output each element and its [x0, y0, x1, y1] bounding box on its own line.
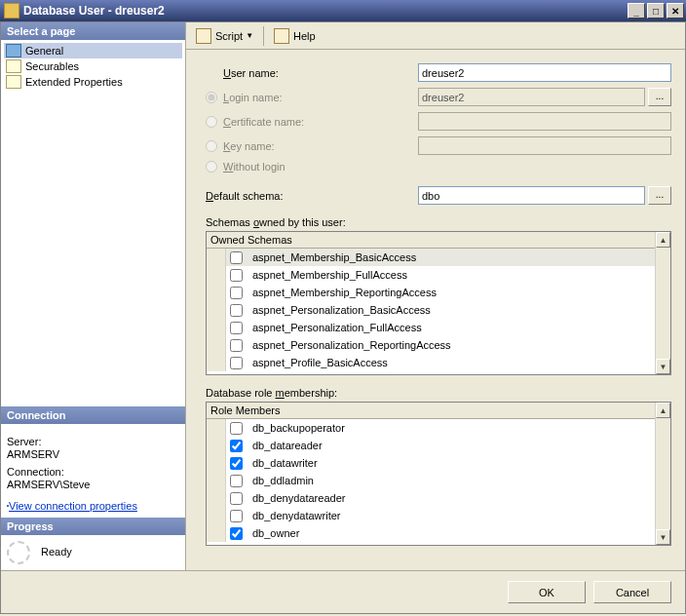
grid-row[interactable]: aspnet_Personalization_BasicAccess — [207, 301, 655, 319]
row-header — [207, 454, 226, 472]
help-button[interactable]: Help — [270, 26, 320, 46]
row-checkbox[interactable] — [230, 357, 243, 369]
connection-label: Connection: — [7, 466, 179, 478]
grid-row[interactable]: aspnet_Membership_FullAccess — [207, 266, 655, 284]
page-icon — [6, 59, 21, 73]
grid-row[interactable]: aspnet_Personalization_FullAccess — [207, 319, 655, 336]
row-label: db_denydatawriter — [252, 510, 341, 521]
titlebar[interactable]: Database User - dreuser2 _ □ ✕ — [0, 0, 686, 21]
row-label: aspnet_Personalization_ReportingAccess — [252, 339, 451, 351]
sidebar: Select a page GeneralSecurablesExtended … — [1, 22, 186, 570]
row-header — [207, 249, 226, 266]
default-schema-label: Default schema: — [206, 190, 418, 202]
login-name-browse-button[interactable]: ... — [648, 88, 671, 106]
row-checkbox[interactable] — [230, 339, 243, 352]
grid-row[interactable]: aspnet_Profile_BasicAccess — [207, 354, 655, 371]
row-header — [207, 284, 226, 301]
login-name-label: Login name: — [223, 92, 418, 103]
row-label: aspnet_Profile_BasicAccess — [252, 357, 388, 368]
row-header — [207, 266, 226, 284]
row-header — [207, 419, 226, 437]
grid-row[interactable]: db_backupoperator — [207, 419, 655, 437]
progress-status: Ready — [41, 546, 72, 558]
scroll-down-icon[interactable]: ▼ — [656, 359, 670, 374]
grid-row[interactable]: db_datawriter — [207, 454, 655, 472]
row-header — [207, 301, 226, 319]
row-checkbox[interactable] — [230, 422, 243, 435]
roles-grid: Role Members db_backupoperatordb_datarea… — [206, 402, 671, 546]
row-label: db_datareader — [252, 440, 323, 451]
progress-pane: Ready — [1, 535, 185, 570]
chevron-down-icon: ▼ — [246, 31, 253, 40]
grid-row[interactable]: db_denydatareader — [207, 489, 655, 507]
maximize-button[interactable]: □ — [647, 3, 665, 19]
key-name-input — [418, 136, 671, 155]
role-membership-label: Database role membership: — [206, 387, 671, 399]
row-checkbox[interactable] — [230, 440, 243, 452]
cancel-button[interactable]: Cancel — [593, 581, 671, 603]
grid-row[interactable]: db_ddladmin — [207, 472, 655, 489]
help-icon — [274, 28, 289, 44]
row-label: db_denydatareader — [252, 492, 345, 504]
row-checkbox[interactable] — [230, 475, 243, 487]
minimize-button[interactable]: _ — [628, 3, 645, 19]
sidebar-item-securables[interactable]: Securables — [4, 58, 182, 74]
help-label: Help — [293, 30, 316, 42]
row-header — [207, 336, 226, 354]
window-title: Database User - dreuser2 — [23, 4, 626, 18]
schemas-scrollbar[interactable]: ▲ ▼ — [655, 232, 670, 374]
script-icon — [196, 28, 211, 44]
without-login-radio — [206, 161, 217, 173]
scroll-up-icon[interactable]: ▲ — [656, 232, 670, 248]
content-area: Script ▼ Help User name: Login name: ... — [186, 22, 685, 570]
row-header — [207, 354, 226, 371]
cert-name-radio — [206, 116, 217, 128]
app-icon — [4, 3, 19, 19]
grid-row[interactable]: db_denydatawriter — [207, 507, 655, 524]
scroll-up-icon[interactable]: ▲ — [656, 403, 670, 418]
toolbar: Script ▼ Help — [186, 22, 685, 50]
row-checkbox[interactable] — [230, 527, 243, 540]
default-schema-browse-button[interactable]: ... — [648, 186, 671, 205]
row-checkbox[interactable] — [230, 457, 243, 470]
row-label: db_backupoperator — [252, 422, 345, 434]
grid-row[interactable]: db_datareader — [207, 437, 655, 454]
row-label: aspnet_Membership_ReportingAccess — [252, 287, 437, 298]
row-checkbox[interactable] — [230, 287, 243, 299]
row-label: aspnet_Membership_BasicAccess — [252, 251, 416, 263]
sidebar-item-general[interactable]: General — [4, 43, 182, 58]
user-name-input[interactable] — [418, 63, 671, 82]
form-body: User name: Login name: ... Certificate n… — [186, 50, 685, 570]
sidebar-item-extended-properties[interactable]: Extended Properties — [4, 74, 182, 90]
grid-row[interactable]: aspnet_Membership_ReportingAccess — [207, 284, 655, 301]
row-header — [207, 472, 226, 489]
default-schema-input[interactable] — [418, 186, 645, 205]
grid-row[interactable]: aspnet_Personalization_ReportingAccess — [207, 336, 655, 354]
row-checkbox[interactable] — [230, 251, 243, 264]
row-checkbox[interactable] — [230, 304, 243, 317]
row-header — [207, 319, 226, 336]
page-icon — [6, 44, 21, 58]
page-list: GeneralSecurablesExtended Properties — [1, 40, 185, 406]
ok-button[interactable]: OK — [508, 581, 586, 603]
progress-header: Progress — [1, 518, 185, 535]
close-button[interactable]: ✕ — [667, 3, 684, 19]
row-label: db_datawriter — [252, 457, 318, 469]
without-login-label: Without login — [223, 161, 418, 173]
view-connection-properties-link[interactable]: View connection properties — [9, 500, 137, 512]
key-name-label: Key name: — [223, 140, 418, 152]
roles-grid-header: Role Members — [207, 403, 655, 419]
row-checkbox[interactable] — [230, 269, 243, 282]
schemas-owned-label: Schemas owned by this user: — [206, 216, 671, 228]
grid-row[interactable]: db_owner — [207, 524, 655, 542]
login-name-radio — [206, 92, 217, 103]
row-checkbox[interactable] — [230, 510, 243, 522]
row-header — [207, 489, 226, 507]
row-checkbox[interactable] — [230, 492, 243, 505]
script-button[interactable]: Script ▼ — [192, 26, 257, 46]
roles-scrollbar[interactable]: ▲ ▼ — [655, 403, 670, 545]
grid-row[interactable]: aspnet_Membership_BasicAccess — [207, 249, 655, 266]
row-checkbox[interactable] — [230, 322, 243, 334]
scroll-down-icon[interactable]: ▼ — [656, 529, 670, 545]
server-value: ARMSERV — [7, 448, 179, 460]
